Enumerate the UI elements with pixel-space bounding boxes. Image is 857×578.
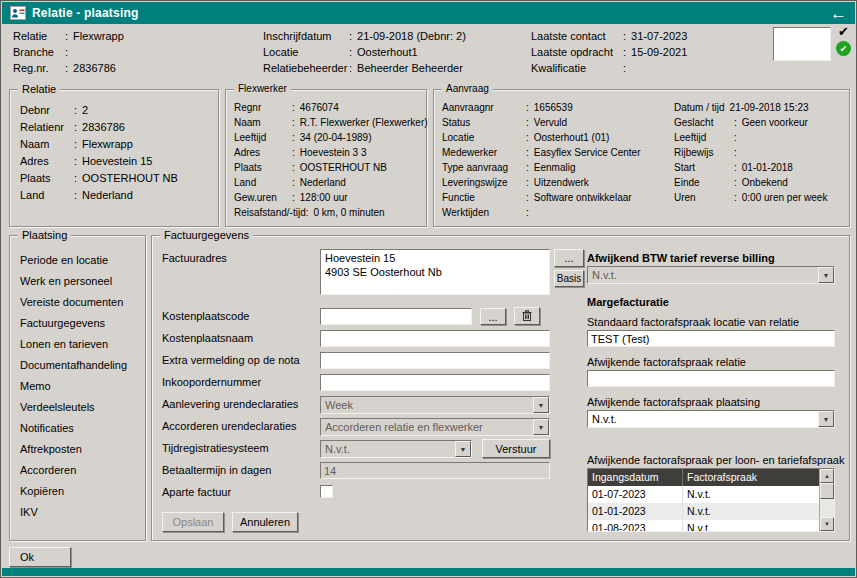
groupbox-title: Plaatsing	[18, 229, 71, 241]
status-ok-icon: ✔	[836, 41, 851, 56]
kostenplaatscode-delete-button[interactable]	[514, 307, 540, 325]
accorderen-select: Accorderen relatie en flexwerker▼	[320, 418, 550, 436]
field-value: Onbekend	[742, 177, 788, 192]
scrollbar-thumb[interactable]	[820, 483, 834, 499]
field-label: Gew.uren	[234, 192, 292, 207]
factuuradres-browse-button[interactable]: ...	[554, 249, 584, 267]
sidebar-item-werk-en-personeel[interactable]: Werk en personeel	[10, 271, 145, 292]
scroll-down-icon[interactable]: ▼	[820, 517, 834, 531]
sidebar-item-lonen-en-tarieven[interactable]: Lonen en tarieven	[10, 334, 145, 355]
field-label: Einde	[674, 177, 734, 192]
table-row[interactable]: 01-01-2023 N.v.t.	[588, 503, 834, 520]
sidebar-item-factuurgegevens[interactable]: Factuurgegevens	[10, 313, 145, 334]
chevron-down-icon: ▼	[455, 441, 471, 457]
field-value: Vervuld	[534, 117, 567, 132]
ok-button[interactable]: Ok	[9, 547, 71, 567]
scroll-up-icon[interactable]: ▲	[820, 469, 834, 483]
table-row[interactable]: 01-08-2023 N.v.t.	[588, 520, 834, 532]
header-value: 21-09-2018 (Debnr: 2)	[357, 30, 466, 42]
sidebar-item-documentafhandeling[interactable]: Documentafhandeling	[10, 355, 145, 376]
field-value: 21-09-2018 15:23	[730, 102, 809, 117]
header-value: Flexwrapp	[73, 30, 124, 42]
aparte-factuur-checkbox[interactable]	[320, 485, 333, 498]
sidebar-item-vereiste-documenten[interactable]: Vereiste documenten	[10, 292, 145, 313]
sidebar-item-verdeelsleutels[interactable]: Verdeelsleutels	[10, 397, 145, 418]
kostenplaatscode-input[interactable]	[320, 308, 472, 325]
afwijkende-plaatsing-select[interactable]: N.v.t.▼	[587, 410, 835, 428]
kostenplaatsnaam-label: Kostenplaatsnaam	[162, 332, 253, 344]
groupbox-title: Aanvraag	[442, 83, 493, 95]
verstuur-button[interactable]: Verstuur	[482, 439, 550, 458]
field-label: Aanvraagnr	[442, 102, 526, 117]
field-value: R.T. Flexwerker (Flexwerker)	[300, 117, 428, 132]
back-arrow-icon[interactable]: ←	[830, 5, 847, 22]
field-value: Easyflex Service Center	[534, 147, 641, 162]
aanvraag-right-column: Datum / tijd21-09-2018 15:23 Geslacht:Ge…	[674, 102, 845, 207]
column-header-factorafspraak[interactable]: Factorafspraak	[683, 469, 834, 486]
field-value: 34 (20-04-1989)	[300, 132, 372, 147]
factuurgegevens-groupbox: Factuurgegevens Factuuradres Hoevestein …	[151, 235, 850, 541]
inkoopordernummer-input[interactable]	[320, 374, 550, 391]
sidebar-item-kopieren[interactable]: Kopiëren	[10, 481, 145, 502]
bottom-strip	[2, 568, 855, 576]
tijdregistratie-label: Tijdregistratiesysteem	[162, 442, 269, 454]
header-label: Branche	[13, 46, 65, 58]
sidebar-item-aftrekposten[interactable]: Aftrekposten	[10, 439, 145, 460]
field-label: Medewerker	[442, 147, 526, 162]
table-row[interactable]: 01-07-2023 N.v.t.	[588, 486, 834, 503]
header-relatie-block: Relatie:Flexwrapp Branche: Reg.nr.:28367…	[13, 28, 124, 76]
header-value: Oosterhout1	[357, 46, 418, 58]
sidebar-item-periode-en-locatie[interactable]: Periode en locatie	[10, 250, 145, 271]
sidebar-item-notificaties[interactable]: Notificaties	[10, 418, 145, 439]
field-value: Nederland	[82, 189, 133, 206]
field-value: Uitzendwerk	[534, 177, 589, 192]
field-label: Geslacht	[674, 117, 734, 132]
margefacturatie-title: Margefacturatie	[587, 296, 669, 308]
kostenplaatscode-browse-button[interactable]: ...	[480, 308, 506, 325]
header-value: Beheerder Beheerder	[357, 62, 463, 74]
header-laatste-block: Laatste contact:31-07-2023 Laatste opdra…	[531, 28, 687, 76]
extra-vermelding-label: Extra vermelding op de nota	[162, 354, 300, 366]
field-label: Start	[674, 162, 734, 177]
tijdregistratie-select: N.v.t.▼	[320, 440, 472, 458]
header-label: Relatie	[13, 30, 65, 42]
groupbox-title: Flexwerker	[234, 83, 291, 95]
column-header-ingangsdatum[interactable]: Ingangsdatum	[588, 469, 683, 486]
standaard-factorafspraak-label: Standaard factorafspraak locatie van rel…	[587, 316, 799, 328]
chevron-down-icon: ▼	[818, 411, 834, 427]
standaard-factorafspraak-input[interactable]	[587, 330, 835, 347]
btw-label: Afwijkend BTW tarief reverse billing	[587, 252, 775, 264]
field-value: 1656539	[534, 102, 573, 117]
field-value: 0 km, 0 minuten	[313, 207, 384, 222]
table-scrollbar[interactable]: ▲ ▼	[819, 469, 834, 531]
kostenplaatsnaam-input[interactable]	[320, 330, 550, 347]
factorafspraak-table: Ingangsdatum Factorafspraak 01-07-2023 N…	[587, 468, 835, 532]
extra-vermelding-input[interactable]	[320, 352, 550, 369]
header-inschrijf-block: Inschrijfdatum:21-09-2018 (Debnr: 2) Loc…	[263, 28, 466, 76]
checked-icon: ✔	[838, 24, 849, 39]
field-label: Functie	[442, 192, 526, 207]
field-label: Rijbewijs	[674, 147, 734, 162]
field-label: Land	[234, 177, 292, 192]
afwijkende-relatie-input[interactable]	[587, 370, 835, 387]
field-label: Adres	[20, 155, 74, 172]
header-label: Laatste opdracht	[531, 46, 623, 58]
sidebar-item-accorderen[interactable]: Accorderen	[10, 460, 145, 481]
annuleren-button[interactable]: Annuleren	[232, 512, 298, 532]
sidebar-item-ikv[interactable]: IKV	[10, 502, 145, 523]
field-label: Status	[442, 117, 526, 132]
field-label: Datum / tijd	[674, 102, 725, 117]
plaatsing-groupbox: Plaatsing Periode en locatie Werk en per…	[9, 235, 146, 541]
window-title: Relatie - plaatsing	[32, 6, 139, 20]
field-value: 128:00 uur	[300, 192, 348, 207]
chevron-down-icon: ▼	[818, 267, 834, 283]
field-value: 0:00 uren per week	[742, 192, 828, 207]
sidebar-item-memo[interactable]: Memo	[10, 376, 145, 397]
field-label: Reisafstand/-tijd	[234, 207, 306, 222]
field-value: OOSTERHOUT NB	[82, 172, 178, 189]
betaaltermijn-input	[320, 462, 550, 479]
field-value: 2	[82, 104, 88, 121]
factuuradres-field[interactable]: Hoevestein 15 4903 SE Oosterhout Nb	[320, 249, 550, 295]
header-label: Laatste contact	[531, 30, 623, 42]
factuuradres-basis-button[interactable]: Basis	[554, 270, 584, 287]
